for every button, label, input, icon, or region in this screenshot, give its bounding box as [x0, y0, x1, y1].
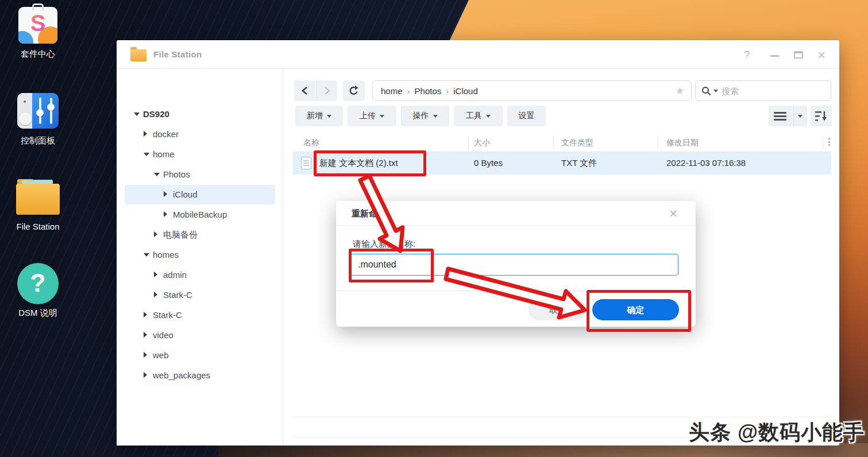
column-header-4[interactable]: 修改日期	[666, 138, 699, 148]
sidebar-item-stark-c[interactable]: Stark-C	[117, 305, 283, 325]
toolbar-button-3[interactable]: 操作	[401, 106, 449, 126]
tree-collapse-icon[interactable]	[144, 312, 147, 317]
cancel-button[interactable]: 取消	[528, 299, 587, 320]
breadcrumb-segment-icloud[interactable]: iCloud	[453, 86, 478, 96]
tree-collapse-icon[interactable]	[154, 292, 157, 297]
sidebar-item-label: DS920	[143, 109, 169, 119]
chevron-down-icon	[486, 115, 491, 118]
dsm-help-icon[interactable]: ?	[17, 263, 59, 304]
dialog-close-icon[interactable]: ×	[669, 206, 677, 222]
column-header-1[interactable]: 名称	[303, 138, 319, 148]
chevron-right-icon	[323, 86, 331, 95]
tree-expand-icon[interactable]	[154, 173, 160, 176]
text-file-icon	[301, 157, 311, 169]
toolbar-button-5[interactable]: 设置	[507, 106, 546, 126]
sidebar-item-icloud[interactable]: iCloud	[117, 185, 283, 204]
search-filter-caret-icon[interactable]	[713, 90, 718, 92]
toolbar-button-4[interactable]: 工具	[454, 106, 503, 126]
maximize-button[interactable]	[789, 48, 807, 62]
column-header-3[interactable]: 文件类型	[561, 138, 593, 148]
breadcrumb-segment-home[interactable]: home	[381, 86, 403, 96]
new-name-input[interactable]	[350, 254, 678, 276]
file-row[interactable]: 新建 文本文档 (2).txt 0 Bytes TXT 文件 2022-11-0…	[293, 152, 831, 175]
window-titlebar[interactable]: File Station ? ×	[117, 40, 839, 69]
sidebar-item-docker[interactable]: docker	[117, 125, 283, 144]
control-panel-dot	[24, 100, 26, 103]
sidebar-item-mobilebackup[interactable]: MobileBackup	[117, 205, 283, 224]
chevron-left-icon	[301, 86, 309, 95]
tree-expand-icon[interactable]	[144, 253, 149, 257]
sidebar-item-photos[interactable]: Photos	[117, 165, 283, 184]
tree-collapse-icon[interactable]	[164, 191, 167, 197]
sidebar-item-电脑备份[interactable]: 电脑备份	[117, 225, 283, 245]
package-center-icon[interactable]: S	[18, 7, 57, 44]
sidebar-item-web_packages[interactable]: web_packages	[117, 366, 283, 385]
tree-collapse-icon[interactable]	[144, 372, 147, 378]
sort-button[interactable]	[811, 106, 832, 126]
question-mark-glyph: ?	[30, 269, 46, 297]
desktop-label-file-station[interactable]: File Station	[0, 222, 78, 231]
sidebar-item-label: video	[153, 330, 173, 340]
sidebar-item-web[interactable]: web	[117, 346, 283, 365]
search-icon	[701, 86, 711, 96]
sidebar-item-stark-c[interactable]: Stark-C	[117, 285, 283, 305]
toolbar-button-label: 设置	[519, 111, 535, 121]
desktop-label-dsm-help[interactable]: DSM 说明	[0, 308, 78, 319]
dialog-divider	[336, 291, 696, 291]
tree-collapse-icon[interactable]	[144, 131, 147, 137]
minimize-button[interactable]	[766, 48, 783, 62]
help-button[interactable]: ?	[738, 48, 755, 62]
control-panel-icon[interactable]	[17, 93, 59, 129]
close-button[interactable]: ×	[813, 48, 830, 62]
tree-expand-icon[interactable]	[134, 113, 140, 116]
toolbar-button-1[interactable]: 新增	[295, 106, 343, 126]
dialog-divider	[336, 225, 696, 226]
chevron-down-icon	[798, 115, 803, 118]
sidebar-item-admin[interactable]: admin	[117, 265, 283, 285]
rename-dialog: 重新命名 × 请输入新的名称: 取消 确定	[336, 201, 696, 327]
sidebar-item-homes[interactable]: homes	[117, 245, 283, 265]
tree-collapse-icon[interactable]	[154, 272, 157, 277]
maximize-icon	[794, 51, 803, 59]
sort-descending-icon	[815, 111, 828, 122]
rename-prompt-label: 请输入新的名称:	[353, 239, 415, 250]
statusbar-divider	[293, 417, 830, 417]
toolbar-button-2[interactable]: 上传	[348, 106, 396, 126]
column-options-icon[interactable]	[828, 138, 830, 146]
breadcrumb-segment-photos[interactable]: Photos	[415, 86, 442, 96]
file-modified-date: 2022-11-03 07:16:38	[666, 158, 746, 168]
breadcrumb[interactable]: home›Photos›iCloud ★	[372, 80, 692, 101]
sidebar-item-label: web_packages	[153, 370, 210, 380]
desktop-label-package-center[interactable]: 套件中心	[0, 49, 78, 60]
desktop-label-control-panel[interactable]: 控制面板	[0, 135, 78, 146]
refresh-icon	[348, 85, 360, 96]
refresh-button[interactable]	[343, 80, 365, 101]
file-name[interactable]: 新建 文本文档 (2).txt	[319, 158, 398, 169]
tree-collapse-icon[interactable]	[164, 211, 167, 217]
sidebar-item-label: docker	[153, 129, 179, 139]
tree-collapse-icon[interactable]	[154, 231, 157, 237]
ok-button[interactable]: 确定	[592, 299, 679, 320]
column-header-2[interactable]: 大小	[474, 138, 490, 148]
view-mode-button[interactable]	[769, 106, 792, 126]
view-mode-caret-button[interactable]	[793, 106, 807, 126]
sidebar-item-label: MobileBackup	[173, 210, 227, 219]
tree-collapse-icon[interactable]	[144, 352, 147, 358]
toolbar-button-label: 工具	[466, 111, 482, 121]
search-box[interactable]	[695, 80, 831, 101]
favorite-star-icon[interactable]: ★	[676, 85, 684, 97]
sidebar-item-home[interactable]: home	[117, 145, 283, 164]
forward-button[interactable]	[316, 80, 337, 101]
tree-expand-icon[interactable]	[144, 153, 149, 156]
control-panel-knob	[19, 113, 32, 125]
sidebar-item-label: iCloud	[173, 189, 198, 199]
sidebar-item-label: 电脑备份	[163, 230, 198, 241]
tree-collapse-icon[interactable]	[144, 332, 147, 338]
sidebar-item-video[interactable]: video	[117, 326, 283, 345]
slider-knob-icon	[36, 109, 44, 117]
back-button[interactable]	[294, 80, 315, 101]
sidebar-item-ds920[interactable]: DS920	[117, 104, 283, 124]
file-station-icon[interactable]	[16, 184, 60, 215]
search-input[interactable]	[722, 86, 808, 96]
slider-track-icon	[50, 98, 52, 124]
